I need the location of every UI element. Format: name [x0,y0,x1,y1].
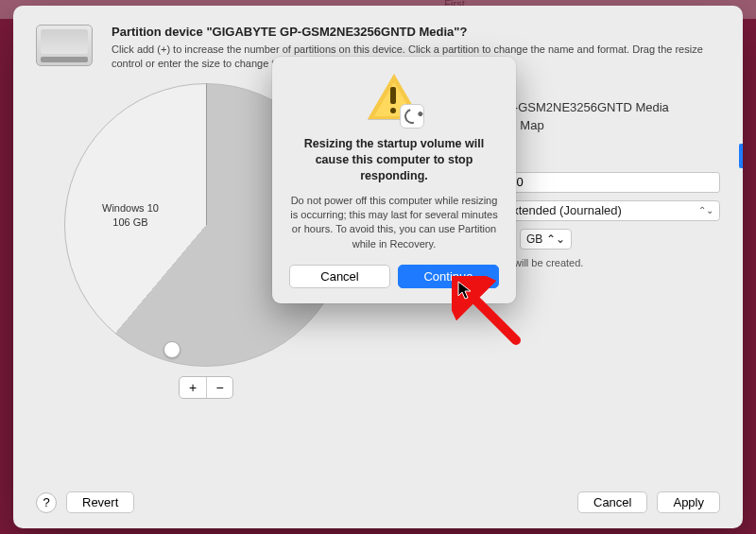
alert-title: Resizing the startup volume will cause t… [289,136,499,184]
alert-continue-button[interactable]: Continue [398,265,499,288]
alert-cancel-button[interactable]: Cancel [289,265,390,288]
apply-button[interactable]: Apply [657,491,720,513]
selection-indicator [739,144,743,168]
sheet-title: Partition device "GIGABYTE GP-GSM2NE3256… [112,25,720,39]
add-partition-button[interactable]: + [180,377,206,398]
size-unit-value: GB [526,233,542,246]
alert-message: Do not power off this computer while res… [289,194,499,252]
warning-icon [366,74,422,127]
disk-utility-badge-icon [400,104,424,129]
pie-slice-size: 106 GB [102,215,159,230]
size-unit-select[interactable]: GB ⌃⌄ [520,229,572,250]
pie-resize-handle[interactable] [163,341,180,358]
pie-slice-name: Windows 10 [102,201,159,215]
help-button[interactable]: ? [36,492,57,513]
disk-icon [36,25,96,70]
cancel-button[interactable]: Cancel [577,491,647,513]
confirm-resize-alert: Resizing the startup volume will cause t… [272,57,516,303]
chevron-updown-icon: ⌃⌄ [698,205,713,215]
remove-partition-button[interactable]: − [206,377,232,398]
add-remove-segmented: + − [179,376,233,399]
revert-button[interactable]: Revert [66,491,134,513]
pie-slice-label: Windows 10 106 GB [102,201,159,230]
sheet-footer: ? Revert Cancel Apply [36,478,720,513]
chevron-updown-icon: ⌃⌄ [546,233,565,246]
